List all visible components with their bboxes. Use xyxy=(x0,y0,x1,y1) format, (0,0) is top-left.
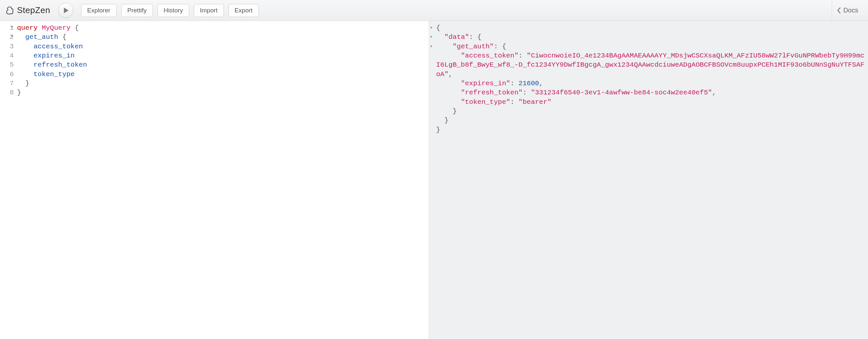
execute-button[interactable] xyxy=(58,3,73,18)
play-icon xyxy=(61,6,70,15)
workspace: 1▼ 2▼ 3 4 5 6 7 8 query MyQuery { get_au… xyxy=(0,21,868,339)
result-fold-gutter: ▼▼▼ xyxy=(430,24,432,51)
export-button[interactable]: Export xyxy=(228,4,259,17)
prettify-button[interactable]: Prettify xyxy=(121,4,153,17)
docs-toggle[interactable]: Docs xyxy=(832,0,863,21)
query-editor[interactable]: 1▼ 2▼ 3 4 5 6 7 8 query MyQuery { get_au… xyxy=(0,21,429,339)
line-number-gutter: 1▼ 2▼ 3 4 5 6 7 8 xyxy=(0,21,16,339)
result-json: { "data": { "get_auth": { "access_token"… xyxy=(436,24,865,135)
explorer-button[interactable]: Explorer xyxy=(81,4,117,17)
fold-marker-icon[interactable]: ▼ xyxy=(11,25,13,30)
brand-name: StepZen xyxy=(17,5,50,15)
top-toolbar: StepZen Explorer Prettify History Import… xyxy=(0,0,868,21)
docs-label: Docs xyxy=(843,6,858,14)
query-code[interactable]: query MyQuery { get_auth { access_token … xyxy=(16,21,429,339)
chevron-left-icon xyxy=(837,7,841,14)
fold-marker-icon[interactable]: ▼ xyxy=(11,34,13,39)
import-button[interactable]: Import xyxy=(194,4,224,17)
brand-logo: StepZen xyxy=(5,5,50,15)
stepzen-icon xyxy=(5,6,14,15)
history-button[interactable]: History xyxy=(157,4,189,17)
result-viewer[interactable]: ▼▼▼ { "data": { "get_auth": { "access_to… xyxy=(429,21,868,339)
